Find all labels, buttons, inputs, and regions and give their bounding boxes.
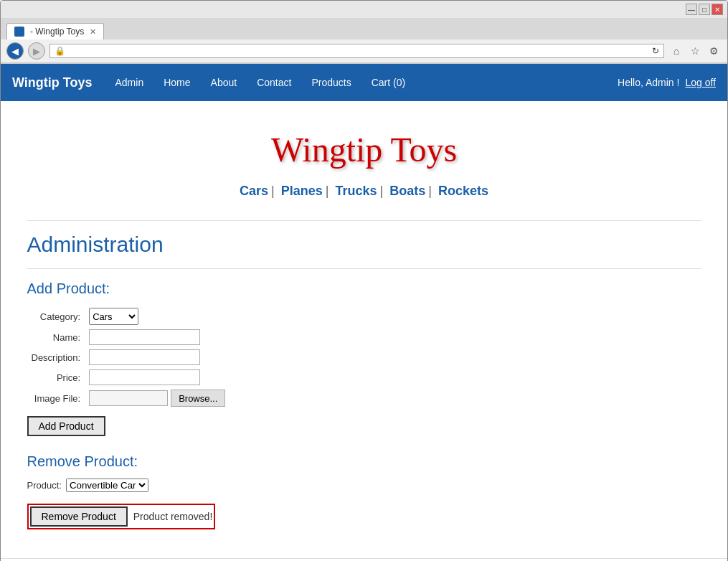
sep4: | — [428, 184, 432, 198]
page-icon: 🔒 — [55, 46, 65, 56]
tab-bar: - Wingtip Toys ✕ — [1, 18, 727, 39]
navbar-links: Admin Home About Contact Products Cart (… — [107, 72, 618, 93]
price-input[interactable] — [89, 369, 200, 385]
nav-cart[interactable]: Cart (0) — [363, 72, 414, 93]
page-title: Administration — [27, 232, 701, 257]
product-removed-message: Product removed! — [133, 511, 213, 522]
sep2: | — [326, 184, 329, 198]
product-label: Product: — [27, 480, 62, 491]
site-header: Wingtip Toys — [27, 116, 701, 176]
product-select-row: Product: Convertible Car Sports Car Plan… — [27, 478, 701, 492]
url-input[interactable]: http://localhost:24019/Admin/A — [68, 46, 649, 56]
active-tab[interactable]: - Wingtip Toys ✕ — [6, 23, 104, 39]
category-planes[interactable]: Planes — [281, 184, 323, 198]
name-row: Name: — [27, 327, 230, 347]
back-button[interactable]: ◀ — [6, 42, 24, 60]
logoff-link[interactable]: Log off — [685, 77, 716, 88]
divider-1 — [27, 220, 701, 221]
tab-favicon — [14, 27, 24, 37]
sep3: | — [380, 184, 384, 198]
add-product-form: Category: Cars Planes Trucks Boats Rocke… — [27, 306, 230, 409]
add-product-title: Add Product: — [27, 280, 701, 297]
tab-close-button[interactable]: ✕ — [90, 27, 96, 37]
browse-button[interactable]: Browse... — [171, 390, 225, 407]
price-row: Price: — [27, 367, 230, 387]
description-input[interactable] — [89, 349, 200, 365]
image-row: Image File: Browse... — [27, 387, 230, 409]
browser-titlebar: — □ ✕ - Wingtip Toys ✕ ◀ ▶ 🔒 http://loca… — [1, 1, 727, 64]
main-content: Wingtip Toys Cars| Planes| Trucks| Boats… — [13, 101, 716, 544]
nav-contact[interactable]: Contact — [248, 72, 300, 93]
category-rockets[interactable]: Rockets — [438, 184, 488, 198]
remove-product-button[interactable]: Remove Product — [30, 506, 128, 527]
category-trucks[interactable]: Trucks — [335, 184, 377, 198]
footer: © 2013 - Wingtip Toys — [1, 558, 727, 561]
close-button[interactable]: ✕ — [712, 4, 723, 15]
forward-button[interactable]: ▶ — [28, 42, 45, 60]
category-boats[interactable]: Boats — [389, 184, 425, 198]
category-links: Cars| Planes| Trucks| Boats| Rockets — [27, 176, 701, 213]
maximize-button[interactable]: □ — [699, 4, 710, 15]
nav-home[interactable]: Home — [155, 72, 199, 93]
address-bar[interactable]: 🔒 http://localhost:24019/Admin/A ↻ — [49, 44, 664, 58]
nav-products[interactable]: Products — [303, 72, 359, 93]
greeting-text: Hello, Admin ! — [618, 77, 679, 88]
description-label: Description: — [27, 347, 85, 367]
nav-admin[interactable]: Admin — [107, 72, 153, 93]
category-label: Category: — [27, 306, 85, 327]
toolbar-icons: ⌂ ☆ ⚙ — [668, 43, 722, 59]
navbar-right: Hello, Admin ! Log off — [618, 77, 716, 88]
divider-2 — [27, 268, 701, 269]
settings-icon[interactable]: ⚙ — [706, 43, 722, 59]
file-input-wrapper: Browse... — [89, 390, 225, 407]
minimize-button[interactable]: — — [686, 4, 697, 15]
product-select[interactable]: Convertible Car Sports Car Plane Truck B… — [66, 478, 148, 492]
favorites-icon[interactable]: ☆ — [687, 43, 703, 59]
image-label: Image File: — [27, 387, 85, 409]
remove-product-wrapper: Remove Product Product removed! — [27, 504, 216, 529]
navbar-brand[interactable]: Wingtip Toys — [12, 75, 93, 90]
navbar: Wingtip Toys Admin Home About Contact Pr… — [1, 64, 727, 101]
price-label: Price: — [27, 367, 85, 387]
name-input[interactable] — [89, 329, 200, 345]
new-tab-area[interactable] — [105, 21, 127, 39]
remove-product-title: Remove Product: — [27, 453, 701, 470]
add-product-button[interactable]: Add Product — [27, 416, 105, 436]
nav-about[interactable]: About — [202, 72, 246, 93]
tab-title: - Wingtip Toys — [30, 27, 84, 37]
site-title: Wingtip Toys — [27, 130, 701, 169]
description-row: Description: — [27, 347, 230, 367]
category-cars[interactable]: Cars — [240, 184, 268, 198]
file-display — [89, 390, 168, 406]
category-select[interactable]: Cars Planes Trucks Boats Rockets — [89, 308, 138, 325]
sep1: | — [271, 184, 275, 198]
browser-window: — □ ✕ - Wingtip Toys ✕ ◀ ▶ 🔒 http://loca… — [0, 0, 728, 561]
category-row: Category: Cars Planes Trucks Boats Rocke… — [27, 306, 230, 327]
browser-toolbar: ◀ ▶ 🔒 http://localhost:24019/Admin/A ↻ ⌂… — [1, 39, 727, 63]
home-icon[interactable]: ⌂ — [668, 43, 684, 59]
refresh-icon[interactable]: ↻ — [652, 46, 659, 56]
name-label: Name: — [27, 327, 85, 347]
